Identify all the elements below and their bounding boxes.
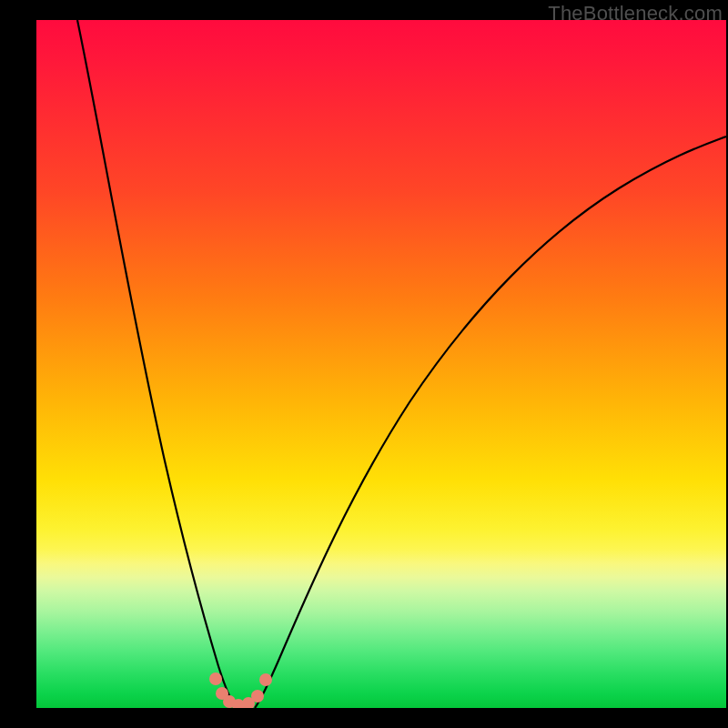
left-curve — [77, 20, 238, 708]
marker-dot — [209, 672, 222, 685]
watermark-text: TheBottleneck.com — [548, 2, 723, 25]
chart-frame: TheBottleneck.com — [0, 0, 728, 728]
marker-group — [209, 672, 272, 708]
plot-area — [36, 20, 726, 708]
right-curve — [255, 136, 726, 708]
marker-dot — [259, 673, 272, 686]
chart-svg — [36, 20, 726, 708]
marker-dot — [251, 690, 264, 703]
